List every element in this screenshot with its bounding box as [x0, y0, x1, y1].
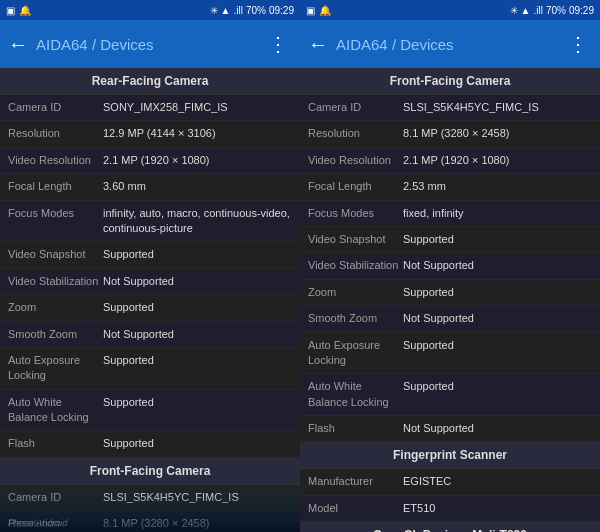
- row-label: Camera ID: [8, 100, 103, 115]
- table-row: Video SnapshotSupported: [0, 242, 300, 268]
- table-row: Smooth ZoomNot Supported: [0, 322, 300, 348]
- table-row: Camera IDSONY_IMX258_FIMC_IS: [0, 95, 300, 121]
- row-label: Camera ID: [308, 100, 403, 115]
- table-row: ModelET510: [300, 496, 600, 522]
- network-icon: .ill: [234, 5, 243, 16]
- table-row: Video Resolution2.1 MP (1920 × 1080): [300, 148, 600, 174]
- row-label: Manufacturer: [308, 474, 403, 489]
- table-row: Auto Exposure LockingSupported: [0, 348, 300, 390]
- row-value: Not Supported: [403, 421, 592, 436]
- table-row: Auto White Balance LockingSupported: [300, 374, 600, 416]
- table-row: Focus Modesinfinity, auto, macro, contin…: [0, 201, 300, 243]
- panel-right: ▣ 🔔 ✳ ▲ .ill 70% 09:29 ← AIDA64 / Device…: [300, 0, 600, 532]
- row-label: Smooth Zoom: [308, 311, 403, 326]
- row-value: fixed, infinity: [403, 206, 592, 221]
- table-row: FlashSupported: [0, 431, 300, 457]
- table-row: Auto Exposure LockingSupported: [300, 333, 600, 375]
- table-row: ZoomSupported: [0, 295, 300, 321]
- battery-text: 70%: [546, 5, 566, 16]
- toolbar: ← AIDA64 / Devices ⋮: [300, 20, 600, 68]
- row-label: Flash: [8, 436, 103, 451]
- section-header-0: Front-Facing Camera: [300, 68, 600, 95]
- row-label: Focus Modes: [8, 206, 103, 221]
- table-row: FlashNot Supported: [300, 416, 600, 442]
- row-label: Zoom: [8, 300, 103, 315]
- signal-icon: ▲: [221, 5, 231, 16]
- row-value: 2.1 MP (1920 × 1080): [103, 153, 292, 168]
- status-icon-1: ▣: [6, 5, 15, 16]
- row-label: Video Resolution: [308, 153, 403, 168]
- panel-left: ▣ 🔔 ✳ ▲ .ill 70% 09:29 ← AIDA64 / Device…: [0, 0, 300, 532]
- back-button[interactable]: ←: [308, 33, 328, 56]
- table-row: ZoomSupported: [300, 280, 600, 306]
- row-value: Supported: [103, 353, 292, 368]
- back-button[interactable]: ←: [8, 33, 28, 56]
- row-label: Video Snapshot: [308, 232, 403, 247]
- toolbar: ← AIDA64 / Devices ⋮: [0, 20, 300, 68]
- section-header-1: Front-Facing Camera: [0, 458, 300, 485]
- row-label: Focal Length: [8, 179, 103, 194]
- row-label: Auto White Balance Locking: [8, 395, 103, 426]
- watermark-text: Phone Android: [8, 518, 67, 528]
- row-value: 2.53 mm: [403, 179, 592, 194]
- content-left[interactable]: Rear-Facing CameraCamera IDSONY_IMX258_F…: [0, 68, 300, 532]
- panel-left-wrapper: ▣ 🔔 ✳ ▲ .ill 70% 09:29 ← AIDA64 / Device…: [0, 0, 300, 532]
- row-label: Zoom: [308, 285, 403, 300]
- app-name: AIDA64: [36, 36, 88, 53]
- row-value: Supported: [103, 436, 292, 451]
- table-row: Video SnapshotSupported: [300, 227, 600, 253]
- row-value: Not Supported: [103, 274, 292, 289]
- section-header-1: Fingerprint Scanner: [300, 442, 600, 469]
- row-label: Model: [308, 501, 403, 516]
- row-value: Supported: [403, 285, 592, 300]
- status-icon-2: 🔔: [19, 5, 31, 16]
- row-label: Auto White Balance Locking: [308, 379, 403, 410]
- row-value: Supported: [403, 338, 592, 353]
- table-row: ManufacturerEGISTEC: [300, 469, 600, 495]
- table-row: Smooth ZoomNot Supported: [300, 306, 600, 332]
- row-value: 12.9 MP (4144 × 3106): [103, 126, 292, 141]
- row-label: Resolution: [8, 126, 103, 141]
- table-row: Camera IDSLSI_S5K4H5YC_FIMC_IS: [300, 95, 600, 121]
- row-label: Video Snapshot: [8, 247, 103, 262]
- row-label: Auto Exposure Locking: [8, 353, 103, 384]
- row-value: Not Supported: [403, 258, 592, 273]
- app-name: AIDA64: [336, 36, 388, 53]
- table-row: Resolution8.1 MP (3280 × 2458): [300, 121, 600, 147]
- menu-button[interactable]: ⋮: [264, 28, 292, 60]
- row-value: Supported: [103, 300, 292, 315]
- table-row: Video StabilizationNot Supported: [0, 269, 300, 295]
- panels-wrapper: ▣ 🔔 ✳ ▲ .ill 70% 09:29 ← AIDA64 / Device…: [0, 0, 600, 532]
- watermark: Phone Android: [0, 492, 300, 532]
- separator: /: [92, 36, 100, 53]
- row-label: Video Stabilization: [8, 274, 103, 289]
- menu-button[interactable]: ⋮: [564, 28, 592, 60]
- toolbar-title: AIDA64 / Devices: [336, 36, 564, 53]
- section-header-2: OpenCL Device - Mali-T830: [300, 522, 600, 532]
- status-icon-1: ▣: [306, 5, 315, 16]
- row-value: 8.1 MP (3280 × 2458): [403, 126, 592, 141]
- battery-text: 70%: [246, 5, 266, 16]
- row-label: Video Stabilization: [308, 258, 403, 273]
- row-value: SONY_IMX258_FIMC_IS: [103, 100, 292, 115]
- page-title: Devices: [100, 36, 153, 53]
- row-value: 2.1 MP (1920 × 1080): [403, 153, 592, 168]
- row-value: Supported: [103, 247, 292, 262]
- row-label: Video Resolution: [8, 153, 103, 168]
- row-value: Supported: [403, 379, 592, 394]
- table-row: Resolution12.9 MP (4144 × 3106): [0, 121, 300, 147]
- table-row: Video Resolution2.1 MP (1920 × 1080): [0, 148, 300, 174]
- row-label: Resolution: [308, 126, 403, 141]
- row-label: Focus Modes: [308, 206, 403, 221]
- table-row: Auto White Balance LockingSupported: [0, 390, 300, 432]
- row-label: Flash: [308, 421, 403, 436]
- status-icon-2: 🔔: [319, 5, 331, 16]
- signal-icon: ▲: [521, 5, 531, 16]
- content-right[interactable]: Front-Facing CameraCamera IDSLSI_S5K4H5Y…: [300, 68, 600, 532]
- separator: /: [392, 36, 400, 53]
- table-row: Focal Length2.53 mm: [300, 174, 600, 200]
- bluetooth-icon: ✳: [510, 5, 518, 16]
- status-right: ✳ ▲ .ill 70% 09:29: [510, 5, 594, 16]
- status-bar: ▣ 🔔 ✳ ▲ .ill 70% 09:29: [300, 0, 600, 20]
- row-value: Supported: [403, 232, 592, 247]
